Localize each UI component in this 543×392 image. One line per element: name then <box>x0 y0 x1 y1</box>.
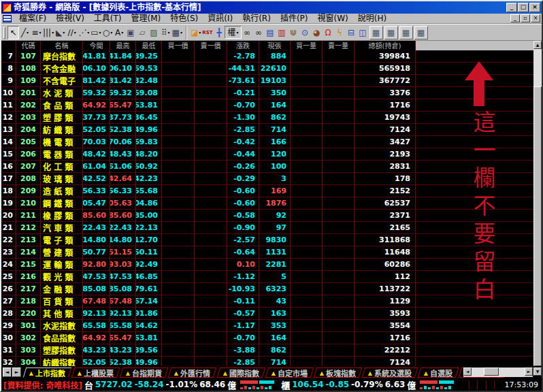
menu-item-6[interactable]: 資訊(I) <box>203 14 237 23</box>
fan-lines-tool-button[interactable]: ◣▾ <box>54 26 66 39</box>
layout-preset-1-button[interactable]: ▦ <box>369 26 383 39</box>
tab-7[interactable]: ▲板塊指數 <box>314 368 363 378</box>
tab-6[interactable]: ▲自定市場 <box>265 368 314 378</box>
copy-tool-button[interactable]: ▣ <box>125 26 137 39</box>
tab-9[interactable]: ▲自選股 <box>418 368 459 378</box>
grid-tool-button[interactable]: ⠿▾ <box>160 26 171 39</box>
table-row[interactable]: 11202食 品 類264.92265.47263.81-0.701641716 <box>1 99 533 112</box>
horizontal-split-button[interactable]: ⊟ <box>346 26 357 39</box>
scroll-left-icon[interactable]: ◄ <box>463 368 472 376</box>
menu-item-8[interactable]: 插件(P) <box>276 14 313 23</box>
scroll-right-icon[interactable]: ► <box>525 368 533 376</box>
table-row[interactable]: 21212汽 車 類122.43122.43122.13-0.90972165 <box>1 222 533 234</box>
books-button[interactable]: ▥ <box>276 26 288 39</box>
rectangle-tool-button[interactable]: ▭▾ <box>90 26 101 39</box>
menu-item-2[interactable]: 檢視(V) <box>51 14 89 23</box>
move-view-button[interactable]: ╋ <box>213 26 225 39</box>
table-row[interactable]: 9109不含電子8781.428781.428732.48-73.6119103… <box>1 75 533 87</box>
table-row[interactable]: 12203塑 膠 類137.73137.73136.45-1.308621974… <box>1 112 533 124</box>
table-row[interactable]: 16207化 工 類61.0461.0660.92-0.261002831 <box>1 161 533 173</box>
table-row[interactable]: 20211橡 膠 類85.6085.6085.00-0.58922371 <box>1 210 533 222</box>
layout-preset-4-button[interactable]: ▦ <box>414 26 428 39</box>
scroll-up-icon[interactable]: ▲ <box>533 41 542 49</box>
menu-item-10[interactable]: 說明(H) <box>353 14 391 23</box>
vertical-scroll-thumb[interactable] <box>533 86 542 366</box>
tab-2[interactable]: ▲上櫃股票 <box>71 368 120 378</box>
close-button[interactable]: × <box>529 3 540 12</box>
text-tool-button[interactable]: A▾ <box>114 26 125 39</box>
alarm-bell-button[interactable]: Ω <box>323 26 334 39</box>
table-row[interactable]: 19210鋼 鐵 類105.47105.63104.86-0.601876625… <box>1 197 533 210</box>
layout-preset-3-button[interactable]: ▦ <box>399 26 413 39</box>
table-row[interactable]: 14205機 電 類70.0370.0669.83-0.421663427 <box>1 136 533 148</box>
menu-item-1[interactable]: 檔案(F) <box>14 14 51 23</box>
vertical-lines-tool-button[interactable]: |||▾ <box>42 26 54 39</box>
hatch-tool-button[interactable]: ▨ <box>148 26 160 39</box>
tab-8[interactable]: ▲系統及選股 <box>362 368 418 378</box>
table-row[interactable]: 28220其 他 類92.1392.1391.86-0.571633593 <box>1 308 533 320</box>
trendlines-tool-button[interactable]: ≡▾ <box>31 26 42 39</box>
search-chart-button[interactable]: ⊙ <box>299 26 311 39</box>
table-row[interactable]: 15206電 器 類48.4248.4348.20-0.441202193 <box>1 148 533 161</box>
table-row[interactable]: 17208玻 璃 類42.5242.6442.23-0.293178 <box>1 173 533 185</box>
percent-lines-tool-button[interactable]: ⋰▾ <box>78 26 90 39</box>
table-row[interactable]: 32304紡織指數252.05252.38249.96-2.857147124 <box>1 357 533 366</box>
ellipse-tool-button[interactable]: ○▾ <box>102 26 114 39</box>
save-tool-button[interactable]: ▦▾ <box>171 26 183 39</box>
layout-preset-2-button[interactable]: ▦ <box>384 26 398 39</box>
mdi-child-icon[interactable] <box>3 15 12 22</box>
rst-button[interactable]: RST <box>201 26 213 39</box>
menu-item-3[interactable]: 工具(T) <box>89 14 127 23</box>
horizontal-scroll-thumb[interactable] <box>484 368 499 376</box>
scroll-down-icon[interactable]: ▼ <box>533 368 542 376</box>
toolbar-grip[interactable] <box>3 27 5 39</box>
cell: 201 <box>16 87 41 99</box>
tab-4[interactable]: ▲外匯行情 <box>168 368 217 378</box>
menu-item-5[interactable]: 特色(S) <box>165 14 203 23</box>
line-tool-button[interactable]: ╱▾ <box>19 26 31 39</box>
table-row[interactable]: 13204紡 織 類252.05252.38249.96-2.857147124 <box>1 124 533 136</box>
notebook-button[interactable]: ▤ <box>265 26 276 39</box>
pointer-tool-button[interactable]: ↖ <box>7 26 19 39</box>
tab-1[interactable]: ▲上市指數 <box>23 368 72 378</box>
menu-item-4[interactable]: 管理(M) <box>127 14 166 23</box>
table-row[interactable]: 29301水泥指數265.58265.58264.62-1.173533554 <box>1 320 533 332</box>
horizontal-scroll-track[interactable] <box>472 368 525 377</box>
open-book-button[interactable]: ⋓ <box>288 26 299 39</box>
tab-scroll-left-button[interactable]: ◄ <box>3 368 12 377</box>
binoculars-alt-button[interactable]: ∞ <box>253 26 265 39</box>
mdi-minimize-button[interactable]: _ <box>510 14 520 22</box>
horizontal-scrollbar[interactable]: ◄ ► <box>463 368 533 377</box>
tab-scroll-right-button[interactable]: ► <box>12 368 21 377</box>
table-row[interactable]: 27218百 貨 類67.4867.4867.14-0.11431129 <box>1 295 533 308</box>
connector-button[interactable]: ϟ <box>334 26 346 39</box>
vertical-scrollbar[interactable]: ▲ <box>533 41 542 366</box>
menu-item-7[interactable]: 執行(R) <box>237 14 276 23</box>
table-row[interactable]: 22213電 子 類214.80214.80212.70-2.579830311… <box>1 234 533 246</box>
table-row[interactable]: 24215運 輸 類92.8093.0392.490.10228160286 <box>1 259 533 271</box>
table-row[interactable]: 18209造 紙 類156.33156.33155.68-0.601692152 <box>1 185 533 197</box>
vertical-scroll-track[interactable] <box>533 49 542 86</box>
table-row[interactable]: 30302食品指數264.92265.47263.81-0.701641716 <box>1 332 533 344</box>
table-row[interactable]: 23214營 建 類150.77151.15150.11-0.641131116… <box>1 246 533 259</box>
table-row[interactable]: 26217金 融 類985.08985.08979.61-10.93632311… <box>1 283 533 295</box>
table-row[interactable]: 7107摩台指數241.81241.84239.25-2.78884399841 <box>1 50 533 63</box>
menu-item-9[interactable]: 視窗(W) <box>312 14 352 23</box>
parallel-lines-tool-button[interactable]: ∕∕▾ <box>66 26 78 39</box>
table-row[interactable]: 8108不含金融4506.104506.104469.53-44.3122610… <box>1 63 533 75</box>
mdi-restore-button[interactable]: ▫ <box>521 14 530 22</box>
table-row[interactable]: 31303塑膠指數443.23443.23439.56-3.8886222212 <box>1 344 533 357</box>
mdi-close-button[interactable]: × <box>531 14 540 22</box>
table-row[interactable]: 25216觀 光 類47.5347.5346.85-1.125112 <box>1 271 533 283</box>
maximize-button[interactable]: □ <box>518 3 529 12</box>
minimize-button[interactable]: _ <box>506 3 517 12</box>
table-row[interactable]: 10201水 泥 類59.3259.3259.08-0.213503376 <box>1 87 533 99</box>
market-selector-dropdown[interactable]: 權▾ <box>225 26 241 39</box>
open-folder-button[interactable]: ◪▾ <box>190 26 201 39</box>
tab-5[interactable]: ▲國際指數 <box>216 368 265 378</box>
binoculars-button[interactable]: ∞ <box>242 26 253 39</box>
palette-button[interactable]: ◕ <box>311 26 323 39</box>
tab-3[interactable]: ▲台指期貨 <box>120 368 169 378</box>
eraser-tool-button[interactable]: ▱ <box>137 26 148 39</box>
vertical-split-button[interactable]: ◫ <box>357 26 369 39</box>
